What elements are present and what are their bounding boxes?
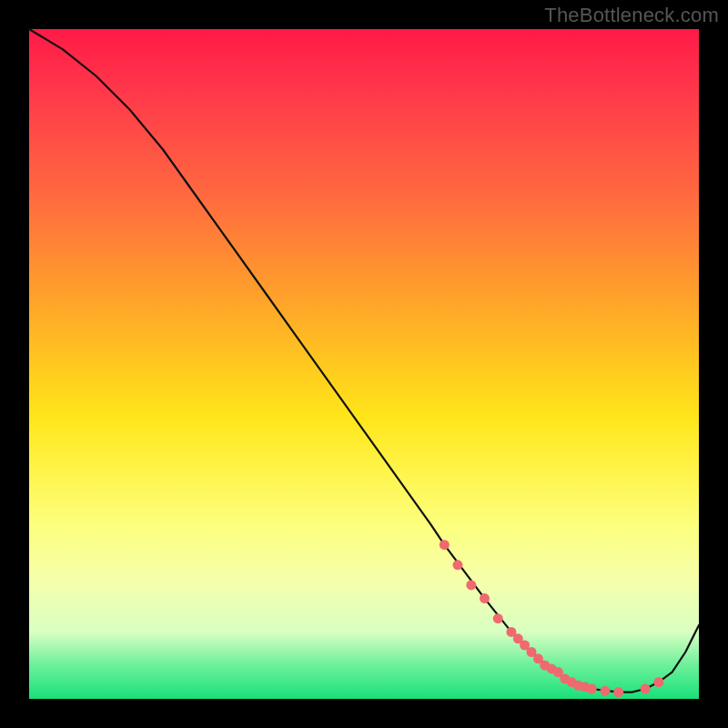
highlight-marker bbox=[653, 677, 663, 687]
highlight-marker bbox=[453, 560, 463, 570]
highlight-marker bbox=[613, 687, 623, 697]
highlight-marker bbox=[587, 684, 597, 694]
highlight-marker bbox=[480, 593, 490, 603]
highlight-marker bbox=[641, 684, 651, 694]
chart-gradient-background bbox=[29, 29, 699, 699]
watermark-text: TheBottleneck.com bbox=[544, 4, 719, 27]
highlight-marker bbox=[493, 613, 503, 623]
highlight-marker bbox=[440, 540, 450, 550]
highlight-markers-group bbox=[440, 540, 664, 697]
highlight-marker bbox=[601, 686, 611, 696]
chart-frame: TheBottleneck.com bbox=[0, 0, 728, 728]
chart-svg bbox=[29, 29, 699, 699]
bottleneck-curve-line bbox=[29, 29, 699, 693]
highlight-marker bbox=[466, 580, 476, 590]
